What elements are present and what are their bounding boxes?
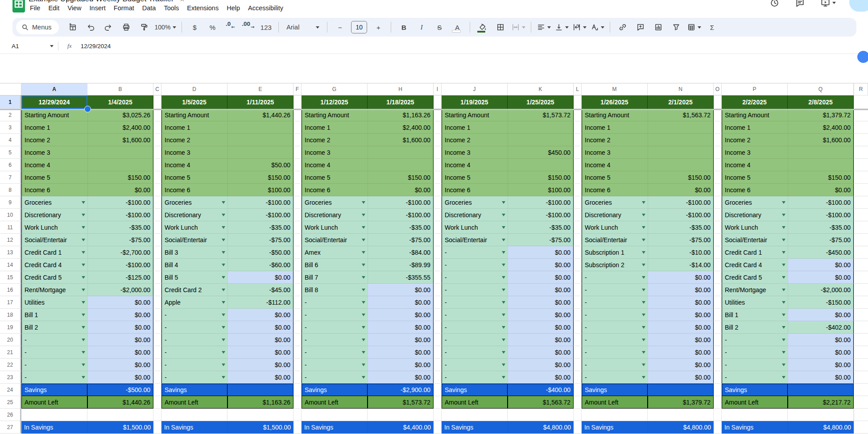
cell-L7[interactable] [574,171,582,184]
row-header-6[interactable]: 6 [0,159,21,171]
cell-L8[interactable] [574,184,582,196]
dropdown-icon[interactable] [642,301,645,304]
cell-Q18[interactable]: $0.00 [788,309,854,321]
cell-E27[interactable]: $1,500.00 [227,421,293,434]
cell-M8[interactable]: Income 6 [582,184,648,196]
cell-O20[interactable] [714,334,722,346]
cell-L12[interactable] [574,234,582,246]
cell-A4[interactable]: Income 2 [21,134,87,146]
cell-R26[interactable] [854,409,868,421]
cell-N6[interactable] [648,159,714,171]
cell-G12[interactable]: Social/Entertair [302,234,368,246]
cell-O7[interactable] [714,171,722,184]
insert-chart-button[interactable] [650,21,667,34]
functions-button[interactable]: Σ [703,21,720,34]
cell-O26[interactable] [714,409,722,421]
cell-C20[interactable] [153,334,161,346]
cell-Q23[interactable]: $0.00 [788,371,854,384]
cell-L11[interactable] [574,221,582,234]
dropdown-icon[interactable] [782,239,785,241]
dropdown-icon[interactable] [502,214,505,216]
cell-M18[interactable]: - [582,309,648,321]
cell-B23[interactable]: $0.00 [87,371,153,384]
cell-D16[interactable]: Credit Card 2 [161,284,227,296]
text-color-button[interactable]: A [449,21,466,34]
cell-L2[interactable] [574,109,582,121]
dropdown-icon[interactable] [222,251,225,254]
cell-Q17[interactable]: -$150.00 [788,296,854,309]
cell-R3[interactable] [854,121,868,134]
cell-I13[interactable] [434,246,442,259]
redo-button[interactable] [100,21,117,34]
cell-N19[interactable]: $0.00 [648,321,714,334]
cell-L10[interactable] [574,209,582,221]
dropdown-icon[interactable] [222,289,225,291]
cell-E23[interactable]: $0.00 [227,371,293,384]
cell-E22[interactable]: $0.00 [227,359,293,371]
cell-F14[interactable] [293,259,302,271]
cell-C7[interactable] [153,171,161,184]
cell-C19[interactable] [153,321,161,334]
cell-O27[interactable] [714,421,722,434]
cell-D13[interactable]: Bill 3 [161,246,227,259]
cell-K1[interactable]: 1/25/2025 [508,95,574,109]
cell-E17[interactable]: -$112.00 [227,296,293,309]
cell-D14[interactable]: Bill 4 [161,259,227,271]
cell-H7[interactable]: $150.00 [368,171,434,184]
cell-K4[interactable] [508,134,574,146]
cell-R1[interactable] [854,95,868,109]
cell-B20[interactable]: $0.00 [87,334,153,346]
sheets-logo-icon[interactable] [12,0,25,13]
cell-E14[interactable]: -$60.00 [227,259,293,271]
cell-N7[interactable]: $150.00 [648,171,714,184]
cell-L14[interactable] [574,259,582,271]
cell-K7[interactable]: $150.00 [508,171,574,184]
dropdown-icon[interactable] [82,201,85,204]
cell-B16[interactable]: -$2,000.00 [87,284,153,296]
cell-R14[interactable] [854,259,868,271]
dropdown-icon[interactable] [362,289,365,291]
cell-N26[interactable] [648,409,714,421]
cell-E7[interactable]: $150.00 [227,171,293,184]
cell-O6[interactable] [714,159,722,171]
cell-L5[interactable] [574,146,582,159]
cell-J12[interactable]: Social/Entertair [442,234,508,246]
cell-Q22[interactable]: $0.00 [788,359,854,371]
cell-A23[interactable]: - [21,371,87,384]
cell-R16[interactable] [854,284,868,296]
cell-L17[interactable] [574,296,582,309]
menu-item-data[interactable]: Data [138,4,160,12]
cell-N3[interactable] [648,121,714,134]
cell-K21[interactable]: $0.00 [508,346,574,359]
menu-item-view[interactable]: View [63,4,85,12]
cell-A5[interactable]: Income 3 [21,146,87,159]
column-header-G[interactable]: G [302,83,368,95]
dropdown-icon[interactable] [782,351,785,354]
cell-P19[interactable]: Bill 2 [722,321,788,334]
cell-A19[interactable]: Bill 2 [21,321,87,334]
cell-F26[interactable] [293,409,302,421]
cell-P10[interactable]: Discretionary [722,209,788,221]
cell-L23[interactable] [574,371,582,384]
cell-G5[interactable]: Income 3 [302,146,368,159]
cell-N23[interactable]: $0.00 [648,371,714,384]
present-to-meeting-icon-button[interactable] [821,0,836,8]
cell-Q8[interactable]: $0.00 [788,184,854,196]
dropdown-icon[interactable] [82,376,85,379]
dropdown-icon[interactable] [82,314,85,316]
cell-N9[interactable]: -$100.00 [648,196,714,209]
cell-B9[interactable]: -$100.00 [87,196,153,209]
cell-K9[interactable]: -$100.00 [508,196,574,209]
row-header-10[interactable]: 10 [0,209,21,221]
document-title[interactable]: Example Upgraded Weekly Budget Tracker [29,0,174,4]
dropdown-icon[interactable] [502,276,505,279]
cell-H8[interactable]: $0.00 [368,184,434,196]
column-header-H[interactable]: H [368,83,434,95]
cell-J8[interactable]: Income 6 [442,184,508,196]
cell-L22[interactable] [574,359,582,371]
cell-O19[interactable] [714,321,722,334]
cell-B1[interactable]: 1/4/2025 [87,95,153,109]
cell-G20[interactable]: - [302,334,368,346]
cell-C8[interactable] [153,184,161,196]
dropdown-icon[interactable] [82,276,85,279]
